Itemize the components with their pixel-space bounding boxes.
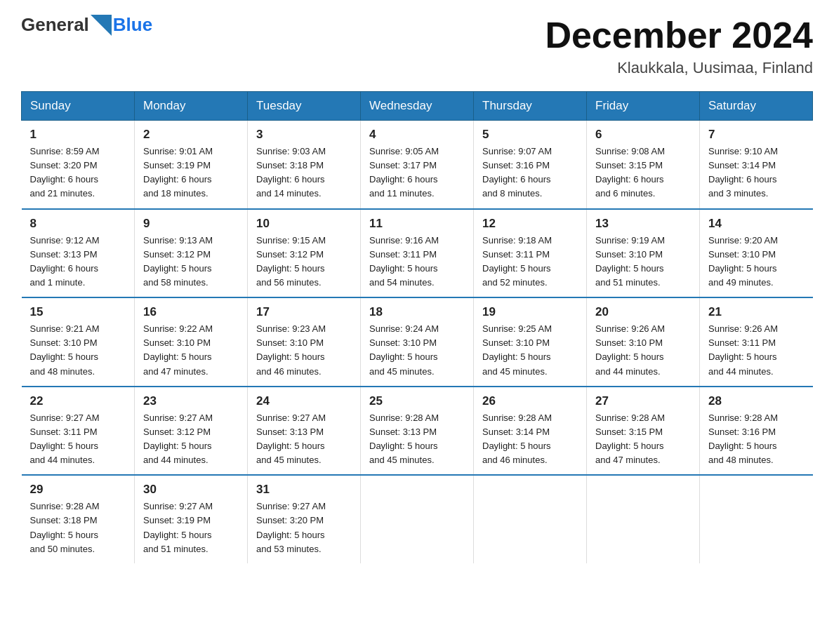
day-info: Sunrise: 9:18 AM Sunset: 3:11 PM Dayligh… bbox=[482, 234, 578, 290]
day-number: 17 bbox=[256, 305, 352, 319]
calendar-header-row: SundayMondayTuesdayWednesdayThursdayFrid… bbox=[22, 92, 813, 121]
calendar-cell: 22Sunrise: 9:27 AM Sunset: 3:11 PM Dayli… bbox=[22, 387, 135, 476]
calendar-cell: 17Sunrise: 9:23 AM Sunset: 3:10 PM Dayli… bbox=[248, 297, 361, 387]
calendar-cell: 2Sunrise: 9:01 AM Sunset: 3:19 PM Daylig… bbox=[135, 121, 248, 209]
day-info: Sunrise: 9:13 AM Sunset: 3:12 PM Dayligh… bbox=[143, 234, 239, 290]
calendar-week-row: 15Sunrise: 9:21 AM Sunset: 3:10 PM Dayli… bbox=[22, 297, 813, 387]
calendar-cell: 30Sunrise: 9:27 AM Sunset: 3:19 PM Dayli… bbox=[135, 475, 248, 563]
calendar-cell: 14Sunrise: 9:20 AM Sunset: 3:10 PM Dayli… bbox=[700, 209, 813, 298]
day-info: Sunrise: 8:59 AM Sunset: 3:20 PM Dayligh… bbox=[30, 145, 126, 201]
calendar-cell: 27Sunrise: 9:28 AM Sunset: 3:15 PM Dayli… bbox=[587, 387, 700, 476]
calendar-week-row: 22Sunrise: 9:27 AM Sunset: 3:11 PM Dayli… bbox=[22, 387, 813, 476]
day-number: 9 bbox=[143, 217, 239, 231]
calendar-cell: 1Sunrise: 8:59 AM Sunset: 3:20 PM Daylig… bbox=[22, 121, 135, 209]
day-info: Sunrise: 9:28 AM Sunset: 3:16 PM Dayligh… bbox=[708, 411, 805, 468]
day-info: Sunrise: 9:28 AM Sunset: 3:13 PM Dayligh… bbox=[369, 411, 465, 468]
calendar-cell: 31Sunrise: 9:27 AM Sunset: 3:20 PM Dayli… bbox=[248, 475, 361, 563]
day-number: 10 bbox=[256, 217, 352, 231]
calendar-cell: 3Sunrise: 9:03 AM Sunset: 3:18 PM Daylig… bbox=[248, 121, 361, 209]
day-number: 8 bbox=[30, 217, 126, 231]
calendar-cell bbox=[587, 475, 700, 563]
calendar-cell: 20Sunrise: 9:26 AM Sunset: 3:10 PM Dayli… bbox=[587, 297, 700, 387]
calendar-cell: 5Sunrise: 9:07 AM Sunset: 3:16 PM Daylig… bbox=[474, 121, 587, 209]
calendar-cell: 25Sunrise: 9:28 AM Sunset: 3:13 PM Dayli… bbox=[361, 387, 474, 476]
day-number: 6 bbox=[595, 128, 691, 142]
day-number: 19 bbox=[482, 305, 578, 319]
day-number: 2 bbox=[143, 128, 239, 142]
column-header-thursday: Thursday bbox=[474, 92, 587, 121]
page-header: General Blue December 2024 Klaukkala, Uu… bbox=[21, 14, 813, 77]
logo-blue-text: Blue bbox=[113, 14, 152, 36]
calendar-cell: 16Sunrise: 9:22 AM Sunset: 3:10 PM Dayli… bbox=[135, 297, 248, 387]
calendar-cell bbox=[700, 475, 813, 563]
calendar-cell: 28Sunrise: 9:28 AM Sunset: 3:16 PM Dayli… bbox=[700, 387, 813, 476]
day-info: Sunrise: 9:12 AM Sunset: 3:13 PM Dayligh… bbox=[30, 234, 126, 290]
day-info: Sunrise: 9:03 AM Sunset: 3:18 PM Dayligh… bbox=[256, 145, 352, 201]
calendar-title: December 2024 bbox=[545, 14, 813, 56]
day-info: Sunrise: 9:19 AM Sunset: 3:10 PM Dayligh… bbox=[595, 234, 691, 290]
calendar-table: SundayMondayTuesdayWednesdayThursdayFrid… bbox=[21, 91, 813, 563]
logo-icon bbox=[91, 15, 112, 36]
calendar-cell: 24Sunrise: 9:27 AM Sunset: 3:13 PM Dayli… bbox=[248, 387, 361, 476]
calendar-cell: 18Sunrise: 9:24 AM Sunset: 3:10 PM Dayli… bbox=[361, 297, 474, 387]
calendar-cell: 6Sunrise: 9:08 AM Sunset: 3:15 PM Daylig… bbox=[587, 121, 700, 209]
calendar-cell: 7Sunrise: 9:10 AM Sunset: 3:14 PM Daylig… bbox=[700, 121, 813, 209]
day-info: Sunrise: 9:24 AM Sunset: 3:10 PM Dayligh… bbox=[369, 322, 465, 379]
day-info: Sunrise: 9:26 AM Sunset: 3:10 PM Dayligh… bbox=[595, 322, 691, 379]
day-number: 25 bbox=[369, 394, 465, 408]
calendar-cell: 19Sunrise: 9:25 AM Sunset: 3:10 PM Dayli… bbox=[474, 297, 587, 387]
calendar-cell: 11Sunrise: 9:16 AM Sunset: 3:11 PM Dayli… bbox=[361, 209, 474, 298]
day-number: 4 bbox=[369, 128, 465, 142]
calendar-cell: 4Sunrise: 9:05 AM Sunset: 3:17 PM Daylig… bbox=[361, 121, 474, 209]
day-number: 20 bbox=[595, 305, 691, 319]
day-info: Sunrise: 9:20 AM Sunset: 3:10 PM Dayligh… bbox=[708, 234, 805, 290]
day-info: Sunrise: 9:27 AM Sunset: 3:20 PM Dayligh… bbox=[256, 499, 352, 556]
title-section: December 2024 Klaukkala, Uusimaa, Finlan… bbox=[545, 14, 813, 77]
column-header-friday: Friday bbox=[587, 92, 700, 121]
day-info: Sunrise: 9:10 AM Sunset: 3:14 PM Dayligh… bbox=[708, 145, 805, 201]
calendar-week-row: 1Sunrise: 8:59 AM Sunset: 3:20 PM Daylig… bbox=[22, 121, 813, 209]
day-number: 31 bbox=[256, 483, 352, 497]
day-number: 5 bbox=[482, 128, 578, 142]
day-info: Sunrise: 9:27 AM Sunset: 3:12 PM Dayligh… bbox=[143, 411, 239, 468]
column-header-saturday: Saturday bbox=[700, 92, 813, 121]
day-number: 7 bbox=[708, 128, 805, 142]
day-number: 13 bbox=[595, 217, 691, 231]
day-info: Sunrise: 9:27 AM Sunset: 3:19 PM Dayligh… bbox=[143, 499, 239, 556]
column-header-wednesday: Wednesday bbox=[361, 92, 474, 121]
day-number: 16 bbox=[143, 305, 239, 319]
logo-general-text: General bbox=[21, 14, 89, 36]
day-info: Sunrise: 9:28 AM Sunset: 3:18 PM Dayligh… bbox=[30, 499, 126, 556]
day-info: Sunrise: 9:07 AM Sunset: 3:16 PM Dayligh… bbox=[482, 145, 578, 201]
logo: General Blue bbox=[21, 14, 152, 36]
day-number: 27 bbox=[595, 394, 691, 408]
calendar-cell: 12Sunrise: 9:18 AM Sunset: 3:11 PM Dayli… bbox=[474, 209, 587, 298]
calendar-week-row: 8Sunrise: 9:12 AM Sunset: 3:13 PM Daylig… bbox=[22, 209, 813, 298]
calendar-subtitle: Klaukkala, Uusimaa, Finland bbox=[545, 59, 813, 77]
day-info: Sunrise: 9:05 AM Sunset: 3:17 PM Dayligh… bbox=[369, 145, 465, 201]
svg-marker-0 bbox=[91, 15, 112, 36]
day-number: 12 bbox=[482, 217, 578, 231]
calendar-cell bbox=[361, 475, 474, 563]
calendar-week-row: 29Sunrise: 9:28 AM Sunset: 3:18 PM Dayli… bbox=[22, 475, 813, 563]
day-number: 14 bbox=[708, 217, 805, 231]
day-info: Sunrise: 9:26 AM Sunset: 3:11 PM Dayligh… bbox=[708, 322, 805, 379]
day-info: Sunrise: 9:28 AM Sunset: 3:15 PM Dayligh… bbox=[595, 411, 691, 468]
calendar-cell: 29Sunrise: 9:28 AM Sunset: 3:18 PM Dayli… bbox=[22, 475, 135, 563]
calendar-cell: 13Sunrise: 9:19 AM Sunset: 3:10 PM Dayli… bbox=[587, 209, 700, 298]
day-number: 23 bbox=[143, 394, 239, 408]
day-info: Sunrise: 9:15 AM Sunset: 3:12 PM Dayligh… bbox=[256, 234, 352, 290]
day-info: Sunrise: 9:01 AM Sunset: 3:19 PM Dayligh… bbox=[143, 145, 239, 201]
day-info: Sunrise: 9:25 AM Sunset: 3:10 PM Dayligh… bbox=[482, 322, 578, 379]
column-header-tuesday: Tuesday bbox=[248, 92, 361, 121]
day-info: Sunrise: 9:22 AM Sunset: 3:10 PM Dayligh… bbox=[143, 322, 239, 379]
day-info: Sunrise: 9:27 AM Sunset: 3:11 PM Dayligh… bbox=[30, 411, 126, 468]
day-info: Sunrise: 9:28 AM Sunset: 3:14 PM Dayligh… bbox=[482, 411, 578, 468]
day-number: 24 bbox=[256, 394, 352, 408]
calendar-cell: 21Sunrise: 9:26 AM Sunset: 3:11 PM Dayli… bbox=[700, 297, 813, 387]
day-info: Sunrise: 9:23 AM Sunset: 3:10 PM Dayligh… bbox=[256, 322, 352, 379]
day-number: 30 bbox=[143, 483, 239, 497]
column-header-sunday: Sunday bbox=[22, 92, 135, 121]
day-number: 18 bbox=[369, 305, 465, 319]
day-info: Sunrise: 9:21 AM Sunset: 3:10 PM Dayligh… bbox=[30, 322, 126, 379]
